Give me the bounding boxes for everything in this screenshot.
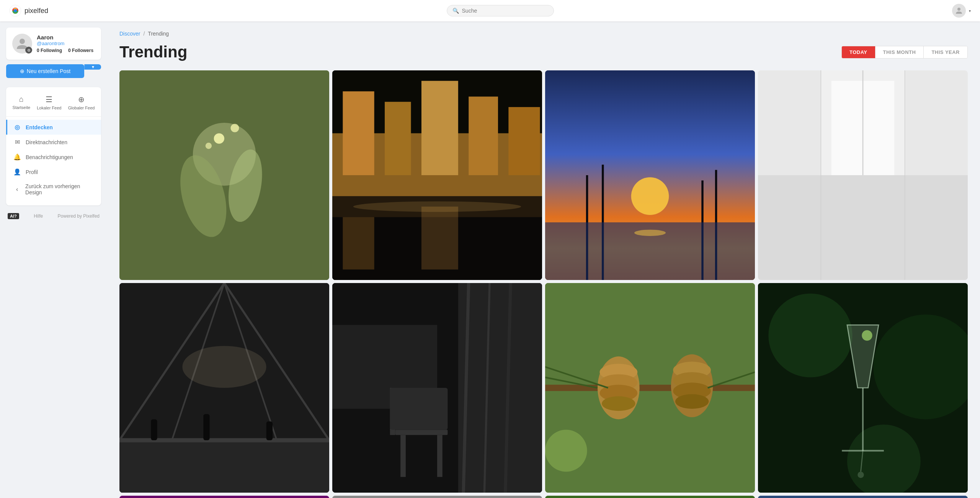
help-link[interactable]: Hilfe bbox=[34, 213, 43, 219]
svg-point-9 bbox=[230, 124, 239, 132]
image-grid bbox=[119, 70, 968, 498]
breadcrumb-current: Trending bbox=[148, 31, 169, 37]
search-box[interactable]: 🔍 bbox=[447, 5, 554, 16]
svg-point-65 bbox=[602, 396, 635, 411]
svg-point-61 bbox=[598, 356, 640, 419]
svg-rect-34 bbox=[758, 175, 968, 280]
image-2-decoration bbox=[332, 70, 542, 280]
image-1-decoration bbox=[119, 70, 329, 280]
followers-label: Followers bbox=[72, 48, 93, 53]
svg-rect-56 bbox=[437, 435, 443, 477]
menu-item-discover[interactable]: ◎ Entdecken bbox=[6, 120, 101, 135]
tab-local-feed[interactable]: ☰ Lokaler Feed bbox=[34, 93, 64, 112]
image-tile-12[interactable] bbox=[758, 496, 968, 498]
tab-global-feed[interactable]: ⊕ Globaler Feed bbox=[65, 93, 98, 112]
image-tile-3[interactable] bbox=[545, 70, 755, 280]
svg-point-78 bbox=[847, 425, 921, 493]
user-avatar-nav bbox=[952, 4, 966, 18]
menu-item-notifications[interactable]: 🔔 Benachrichtigungen bbox=[6, 150, 101, 164]
svg-rect-99 bbox=[332, 496, 542, 498]
svg-rect-48 bbox=[332, 283, 542, 493]
svg-point-6 bbox=[172, 150, 235, 242]
image-tile-9[interactable] bbox=[119, 496, 329, 498]
svg-marker-79 bbox=[847, 325, 879, 388]
svg-point-82 bbox=[862, 330, 872, 340]
image-9-decoration bbox=[119, 496, 329, 498]
filter-this-month[interactable]: THIS MONTH bbox=[875, 46, 924, 58]
page-title: Trending bbox=[119, 43, 187, 61]
powered-by: Powered by Pixelfed bbox=[58, 213, 100, 219]
ai-badge: AI? bbox=[8, 213, 19, 219]
menu-item-messages-label: Direktnachrichten bbox=[26, 139, 67, 145]
svg-rect-129 bbox=[758, 496, 968, 498]
avatar-settings-icon[interactable]: ⚙ bbox=[25, 47, 32, 54]
menu-item-prev-design[interactable]: ‹ Zurück zum vorherigen Design bbox=[6, 179, 101, 199]
search-input[interactable] bbox=[462, 8, 548, 14]
new-post-row: ⊕ Neu erstellen Post ▾ bbox=[6, 64, 101, 83]
page-layout: ⚙ Aaron @aarontrom 0 Following 0 Followe… bbox=[0, 0, 980, 498]
svg-rect-46 bbox=[203, 414, 209, 441]
svg-rect-43 bbox=[119, 440, 329, 493]
svg-rect-49 bbox=[458, 283, 542, 493]
time-filters: TODAY THIS MONTH THIS YEAR bbox=[841, 46, 968, 59]
notifications-icon: 🔔 bbox=[13, 153, 21, 161]
svg-rect-16 bbox=[469, 97, 498, 176]
svg-rect-37 bbox=[119, 283, 329, 493]
image-tile-11[interactable] bbox=[545, 496, 755, 498]
image-tile-5[interactable] bbox=[119, 283, 329, 493]
image-tile-6[interactable] bbox=[332, 283, 542, 493]
image-tile-2[interactable] bbox=[332, 70, 542, 280]
new-post-button[interactable]: ⊕ Neu erstellen Post bbox=[6, 64, 84, 78]
user-dropdown-caret: ▾ bbox=[969, 9, 971, 13]
svg-point-67 bbox=[673, 362, 711, 379]
image-tile-7[interactable] bbox=[545, 283, 755, 493]
local-feed-icon: ☰ bbox=[46, 95, 52, 104]
svg-point-66 bbox=[671, 354, 713, 417]
profile-avatar: ⚙ bbox=[12, 34, 32, 54]
svg-line-50 bbox=[464, 283, 469, 493]
svg-rect-45 bbox=[151, 419, 157, 440]
nav-tabs: ⌂ Startseite ☰ Lokaler Feed ⊕ Globaler F… bbox=[6, 87, 101, 205]
menu-item-profile[interactable]: 👤 Profil bbox=[6, 164, 101, 179]
svg-point-64 bbox=[599, 385, 637, 402]
image-tile-4[interactable] bbox=[758, 70, 968, 280]
menu-item-messages[interactable]: ✉ Direktnachrichten bbox=[6, 135, 101, 150]
tab-global-label: Globaler Feed bbox=[68, 106, 95, 110]
avatar-icon bbox=[954, 6, 964, 15]
filter-today[interactable]: TODAY bbox=[842, 46, 875, 58]
filter-this-year[interactable]: THIS YEAR bbox=[924, 46, 967, 58]
svg-point-63 bbox=[599, 374, 637, 391]
app-logo[interactable]: pixelfed bbox=[9, 5, 48, 17]
image-tile-8[interactable] bbox=[758, 283, 968, 493]
svg-rect-55 bbox=[400, 435, 406, 477]
svg-rect-54 bbox=[395, 430, 448, 435]
following-count: 0 bbox=[37, 48, 39, 53]
menu-item-discover-label: Entdecken bbox=[26, 124, 53, 130]
user-menu-trigger[interactable]: ▾ bbox=[952, 4, 971, 18]
image-7-decoration bbox=[545, 283, 755, 493]
image-tile-1[interactable] bbox=[119, 70, 329, 280]
svg-point-2 bbox=[957, 8, 960, 11]
svg-rect-14 bbox=[385, 102, 411, 175]
svg-rect-17 bbox=[508, 107, 540, 175]
menu-item-prev-design-label: Zurück zum vorherigen Design bbox=[25, 183, 95, 195]
svg-rect-4 bbox=[119, 70, 329, 280]
profile-name: Aaron bbox=[37, 34, 95, 41]
new-post-dropdown-button[interactable]: ▾ bbox=[84, 64, 101, 70]
new-post-label: Neu erstellen Post bbox=[27, 68, 70, 74]
svg-point-3 bbox=[20, 39, 25, 44]
pixelfed-logo-icon bbox=[9, 5, 21, 17]
tab-home[interactable]: ⌂ Startseite bbox=[10, 93, 33, 112]
app-name: pixelfed bbox=[24, 7, 48, 15]
sidebar: ⚙ Aaron @aarontrom 0 Following 0 Followe… bbox=[0, 21, 107, 498]
breadcrumb-parent[interactable]: Discover bbox=[119, 31, 140, 37]
home-icon: ⌂ bbox=[19, 95, 24, 104]
profile-handle[interactable]: @aarontrom bbox=[37, 41, 95, 46]
image-tile-10[interactable] bbox=[332, 496, 542, 498]
image-8-decoration bbox=[758, 283, 968, 493]
profile-stats: 0 Following 0 Followers bbox=[37, 48, 95, 53]
svg-point-5 bbox=[193, 123, 256, 186]
following-stat: 0 Following bbox=[37, 48, 62, 53]
svg-rect-75 bbox=[758, 283, 968, 493]
tab-local-label: Lokaler Feed bbox=[37, 106, 61, 110]
